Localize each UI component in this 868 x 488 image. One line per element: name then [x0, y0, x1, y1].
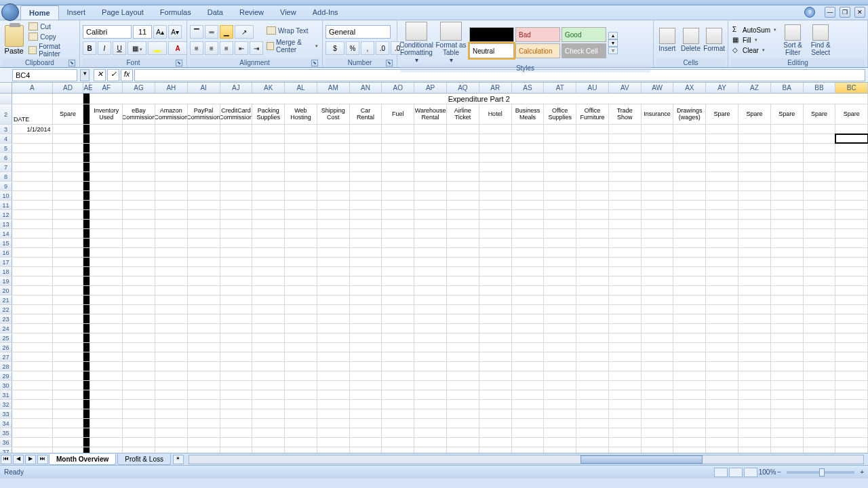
cell[interactable] [382, 409, 414, 418]
cell[interactable] [447, 428, 479, 437]
cell[interactable] [835, 438, 868, 447]
cell[interactable] [706, 324, 738, 333]
cell[interactable] [771, 333, 804, 342]
cell[interactable] [512, 314, 545, 323]
format-painter-button[interactable]: Format Painter [27, 42, 77, 58]
cell[interactable] [285, 267, 317, 276]
row-header-15[interactable]: 15 [0, 239, 12, 247]
cell[interactable] [835, 381, 868, 390]
cell[interactable] [252, 201, 285, 209]
cell[interactable] [155, 163, 188, 171]
cell[interactable] [123, 409, 155, 418]
cell[interactable] [673, 286, 706, 295]
cell[interactable] [835, 220, 868, 228]
cell[interactable] [12, 428, 53, 437]
cell[interactable] [12, 258, 53, 266]
cell[interactable] [835, 296, 868, 304]
cell[interactable] [447, 182, 479, 190]
row-header-9[interactable]: 9 [0, 182, 12, 190]
cell[interactable] [706, 438, 738, 447]
enter-formula-button[interactable]: ✓ [107, 69, 119, 81]
cell[interactable] [512, 163, 545, 171]
cell[interactable] [835, 409, 868, 418]
cell[interactable] [609, 144, 642, 152]
cell[interactable] [414, 305, 447, 314]
column-header-AS[interactable]: AS [512, 83, 545, 93]
cell[interactable] [12, 419, 53, 428]
cell[interactable] [642, 229, 674, 238]
cell[interactable] [576, 201, 609, 209]
zoom-out-button[interactable]: − [777, 468, 781, 476]
cell[interactable] [609, 248, 642, 257]
cell[interactable] [90, 390, 123, 399]
cell[interactable] [90, 277, 123, 285]
column-header-AG[interactable]: AG [123, 83, 155, 93]
alignment-dialog-launcher[interactable]: ⬊ [311, 60, 318, 66]
cell[interactable] [609, 390, 642, 399]
cell[interactable] [90, 144, 123, 152]
cell[interactable] [479, 400, 512, 409]
cell[interactable] [83, 419, 90, 428]
cell[interactable] [285, 352, 317, 361]
cell[interactable] [738, 201, 771, 209]
cell[interactable] [155, 362, 188, 371]
row-header-37[interactable]: 37 [0, 447, 12, 453]
cell[interactable] [350, 182, 382, 190]
cell[interactable] [155, 409, 188, 418]
cell[interactable] [12, 210, 53, 219]
header-cell[interactable]: Office Supplies [544, 104, 576, 124]
cell[interactable] [12, 286, 53, 295]
cell[interactable] [220, 352, 253, 361]
cell[interactable] [220, 296, 253, 304]
cell[interactable] [609, 343, 642, 352]
cell[interactable] [479, 229, 512, 238]
cell[interactable] [252, 286, 285, 295]
cell[interactable] [155, 172, 188, 181]
styles-scroll-up[interactable]: ▴ [608, 32, 618, 39]
cell[interactable] [382, 314, 414, 323]
cell[interactable] [414, 324, 447, 333]
cell[interactable] [479, 438, 512, 447]
cell[interactable] [738, 277, 771, 285]
cell[interactable] [706, 210, 738, 219]
cell[interactable] [220, 125, 253, 134]
cell[interactable] [382, 153, 414, 162]
cell[interactable] [317, 201, 350, 209]
styles-scroll-down[interactable]: ▾ [608, 39, 618, 47]
cell[interactable] [285, 296, 317, 304]
cell[interactable] [53, 314, 84, 323]
cell[interactable] [738, 210, 771, 219]
cell[interactable] [544, 153, 576, 162]
cell[interactable] [804, 305, 836, 314]
cell[interactable] [804, 248, 836, 257]
cell[interactable] [738, 381, 771, 390]
cell[interactable] [285, 210, 317, 219]
cell[interactable] [285, 153, 317, 162]
cell[interactable] [738, 153, 771, 162]
cell[interactable] [479, 182, 512, 190]
cell[interactable] [642, 163, 674, 171]
cell[interactable] [414, 419, 447, 428]
cell[interactable] [544, 447, 576, 453]
cell[interactable] [479, 277, 512, 285]
header-cell[interactable]: Office Furniture [576, 104, 609, 124]
cell[interactable] [220, 172, 253, 181]
cell[interactable] [317, 409, 350, 418]
cell[interactable] [738, 305, 771, 314]
cell[interactable] [771, 296, 804, 304]
cell[interactable] [155, 267, 188, 276]
cell[interactable] [673, 191, 706, 200]
header-cell[interactable]: Fuel [382, 104, 414, 124]
row-header-16[interactable]: 16 [0, 248, 12, 257]
cell[interactable] [771, 343, 804, 352]
cell[interactable] [188, 305, 220, 314]
row-header-4[interactable]: 4 [0, 134, 12, 143]
cell[interactable] [252, 305, 285, 314]
cell[interactable] [771, 400, 804, 409]
cell[interactable] [447, 239, 479, 247]
cell[interactable] [414, 428, 447, 437]
cell[interactable] [771, 172, 804, 181]
cell[interactable] [609, 314, 642, 323]
cell[interactable] [285, 305, 317, 314]
cell[interactable] [738, 182, 771, 190]
